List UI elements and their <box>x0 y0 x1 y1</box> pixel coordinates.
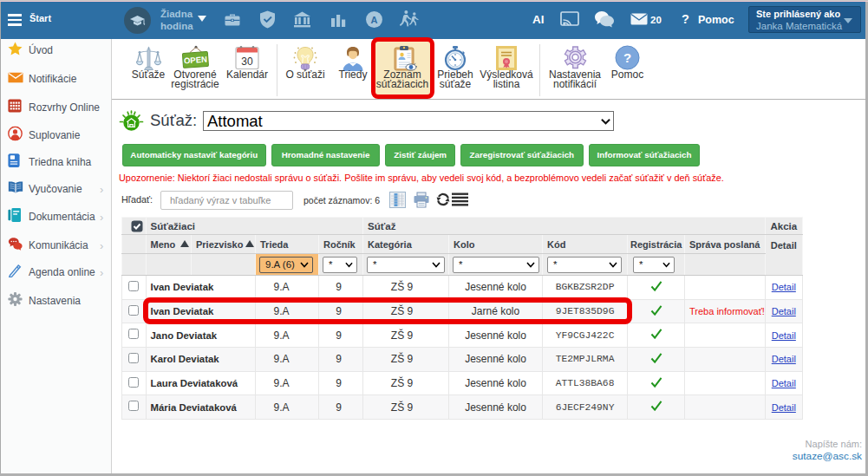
svg-text:OPEN: OPEN <box>184 55 208 66</box>
svg-text:A: A <box>371 15 378 25</box>
svg-text:?: ? <box>623 50 631 65</box>
svg-text:30: 30 <box>241 55 253 68</box>
